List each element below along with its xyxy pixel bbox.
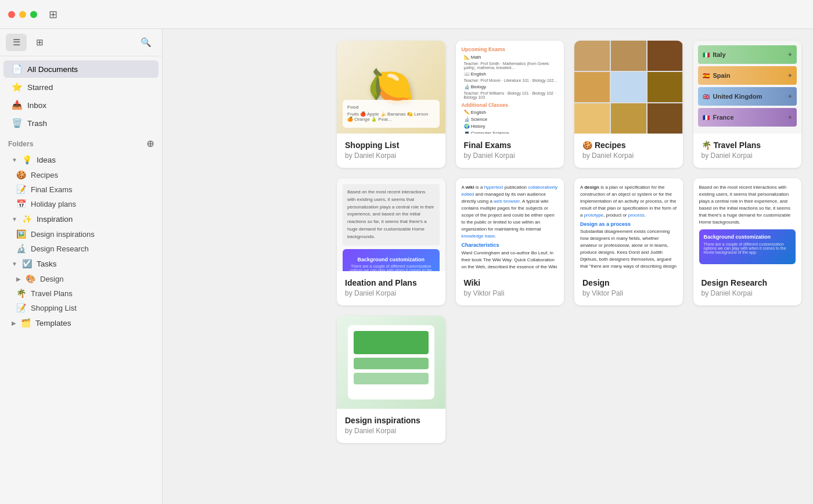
sidebar-item-final-exams[interactable]: 📝 Final Exams (16, 182, 159, 196)
card-body-travel-plans: 🌴 Travel Plans by Daniel Korpai (693, 134, 802, 168)
card-author: by Daniel Korpai (345, 289, 437, 297)
card-author: by Daniel Korpai (702, 152, 794, 160)
chevron-right-icon: ▶ (12, 320, 16, 326)
card-body-wiki: Wiki by Viktor Pali (456, 271, 564, 305)
inspiration-folder-icon: ✨ (22, 214, 32, 224)
design-research-thumbnail: Based on the most recent interactions wi… (693, 178, 802, 271)
card-author: by Daniel Korpai (345, 152, 437, 160)
design-thumbnail: A design is a plan or specification for … (574, 178, 683, 271)
search-button[interactable]: 🔍 (135, 34, 156, 51)
card-body-design: Design by Viktor Pali (574, 271, 683, 305)
sidebar-item-travel-plans[interactable]: 🌴 Travel Plans (16, 286, 159, 300)
document-card-final-exams[interactable]: Upcoming Exams 📐 Math Teacher: Prof Smit… (456, 41, 564, 168)
chevron-down-icon: ▼ (12, 261, 17, 267)
card-author: by Daniel Korpai (464, 152, 556, 160)
star-icon: ⭐ (12, 82, 22, 92)
inbox-icon: 📥 (12, 100, 22, 110)
tasks-children: ▶ 🎨 Design 🌴 Travel Plans 📝 Shopping Lis… (0, 272, 162, 315)
document-icon: 📄 (12, 64, 22, 74)
chevron-right-icon: ▶ (16, 276, 21, 282)
sidebar-item-starred[interactable]: ⭐ Starred (3, 78, 159, 96)
card-author: by Daniel Korpai (345, 427, 437, 435)
document-card-travel-plans[interactable]: 🇮🇹Italy ✈ 🇪🇸Spain ✈ 🇬🇧United Kingdom ✈ 🇫… (693, 41, 802, 168)
document-card-wiki[interactable]: A wiki is a hypertext publication collab… (456, 178, 564, 305)
sidebar-item-shopping-list[interactable]: 📝 Shopping List (16, 301, 159, 315)
card-body-design-research: Design Research by Daniel Korpai (693, 271, 802, 305)
folder-templates[interactable]: ▶ 🗂️ Templates (3, 315, 159, 330)
grid-view-button[interactable]: ⊞ (29, 34, 50, 51)
document-card-ideation-plans[interactable]: Based on the most recent interactions wi… (337, 178, 445, 305)
card-body-final-exams: Final Exams by Daniel Korpai (456, 134, 564, 168)
final-exams-thumbnail: Upcoming Exams 📐 Math Teacher: Prof Smit… (456, 41, 564, 134)
document-card-recipes[interactable]: 🍪 Recipes by Daniel Korpai (574, 41, 683, 168)
card-title: Design (582, 278, 675, 287)
sidebar: ☰ ⊞ 🔍 📄 All Documents ⭐ Starred 📥 Inbox … (0, 0, 163, 504)
card-title: Design inspirations (345, 416, 437, 425)
chevron-down-icon: ▼ (12, 216, 17, 222)
sidebar-item-design-inspirations[interactable]: 🖼️ Design inspirations (16, 227, 159, 241)
add-folder-button[interactable]: ⊕ (146, 138, 154, 149)
list-view-button[interactable]: ☰ (6, 34, 27, 51)
ideas-children: 🍪 Recipes 📝 Final Exams 📅 Holiday plans (0, 168, 162, 211)
card-author: by Daniel Korpai (582, 152, 675, 160)
close-button[interactable] (8, 11, 15, 18)
documents-grid: 🍋 Food Fruits 🍎 Apple 🍌 Bananas 🍋 Lemon … (325, 29, 813, 504)
sidebar-item-recipes[interactable]: 🍪 Recipes (16, 168, 159, 182)
chevron-down-icon: ▼ (12, 157, 17, 163)
sidebar-navigation: 📄 All Documents ⭐ Starred 📥 Inbox 🗑️ Tra… (0, 56, 162, 504)
card-body-design-inspirations: Design inspirations by Daniel Korpai (337, 409, 445, 443)
document-card-design-research[interactable]: Based on the most recent interactions wi… (693, 178, 802, 305)
sidebar-item-design-research[interactable]: 🔬 Design Research (16, 242, 159, 255)
card-title: Design Research (702, 278, 794, 287)
tasks-folder-icon: ☑️ (22, 259, 32, 268)
folder-tasks[interactable]: ▼ ☑️ Tasks (3, 256, 159, 271)
sidebar-item-design[interactable]: ▶ 🎨 Design (16, 272, 159, 286)
card-author: by Viktor Pali (464, 289, 556, 297)
document-card-design[interactable]: A design is a plan or specification for … (574, 178, 683, 305)
card-title: Shopping List (345, 141, 437, 150)
travel-plans-thumbnail: 🇮🇹Italy ✈ 🇪🇸Spain ✈ 🇬🇧United Kingdom ✈ 🇫… (693, 41, 802, 134)
minimize-button[interactable] (19, 11, 26, 18)
templates-folder-icon: 🗂️ (21, 318, 31, 327)
card-author: by Viktor Pali (582, 289, 675, 297)
card-body-ideation: Ideation and Plans by Daniel Korpai (337, 271, 445, 305)
wiki-thumbnail: A wiki is a hypertext publication collab… (456, 178, 564, 271)
folder-ideas[interactable]: ▼ 💡 Ideas (3, 152, 159, 167)
document-card-design-inspirations[interactable]: Design inspirations by Daniel Korpai (337, 316, 445, 443)
card-body-recipes: 🍪 Recipes by Daniel Korpai (574, 134, 683, 168)
card-title: Ideation and Plans (345, 278, 437, 287)
ideation-thumbnail: Based on the most recent interactions wi… (337, 178, 445, 271)
card-title: 🍪 Recipes (582, 141, 675, 150)
sidebar-toolbar: ☰ ⊞ 🔍 (0, 29, 162, 56)
document-card-shopping-list[interactable]: 🍋 Food Fruits 🍎 Apple 🍌 Bananas 🍋 Lemon … (337, 41, 445, 168)
card-title: Wiki (464, 278, 556, 287)
folder-inspiration[interactable]: ▼ ✨ Inspiration (3, 211, 159, 226)
design-inspirations-thumbnail (337, 316, 445, 409)
traffic-lights (8, 11, 37, 18)
sidebar-item-all-documents[interactable]: 📄 All Documents (3, 60, 159, 78)
ideas-folder-icon: 💡 (22, 155, 32, 164)
window-chrome: ⊞ (0, 0, 813, 29)
folders-section-header: Folders ⊕ (0, 132, 162, 152)
card-title: Final Exams (464, 141, 556, 150)
sidebar-toggle-icon[interactable]: ⊞ (49, 8, 57, 21)
card-author: by Daniel Korpai (702, 289, 794, 297)
card-title: 🌴 Travel Plans (702, 141, 794, 150)
card-body-shopping-list: Shopping List by Daniel Korpai (337, 134, 445, 168)
trash-icon: 🗑️ (12, 118, 22, 128)
sidebar-item-trash[interactable]: 🗑️ Trash (3, 114, 159, 132)
sidebar-item-inbox[interactable]: 📥 Inbox (3, 96, 159, 114)
maximize-button[interactable] (30, 11, 37, 18)
recipes-thumbnail (574, 41, 683, 134)
sidebar-item-holiday-plans[interactable]: 📅 Holiday plans (16, 197, 159, 211)
inspiration-children: 🖼️ Design inspirations 🔬 Design Research (0, 227, 162, 255)
shopping-list-thumbnail: 🍋 Food Fruits 🍎 Apple 🍌 Bananas 🍋 Lemon … (337, 41, 445, 134)
